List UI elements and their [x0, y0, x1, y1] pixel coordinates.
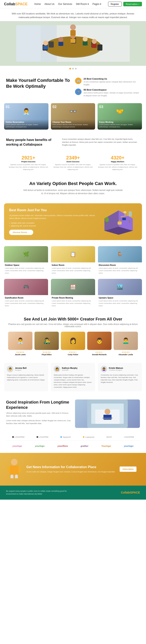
testimonial-card-3: 👩‍🦱 Kristin Watson Frontend Designer Con…	[98, 363, 142, 391]
svg-rect-43	[102, 418, 113, 418]
best-room-left: Best Room Just For You Ut praesent ornar…	[9, 208, 96, 235]
room-desc-upstairs: Lorem ipsum dolor sit amet, consectetur …	[99, 300, 141, 307]
test-text-1: Neque ut purus adipiscing adipiscing. Va…	[7, 374, 45, 381]
creator-stars-4: ★★★★☆	[87, 351, 112, 353]
svg-point-32	[105, 217, 109, 222]
room-title-indoor: Indoor Room	[52, 264, 94, 266]
cta-person-icon	[6, 458, 22, 480]
logo-text-3: logopixel	[63, 436, 71, 438]
feature-item-2: 🪑 06 Best Coworkspace Sed viverra morbi …	[75, 88, 140, 97]
test-text-2: Malesuada tincidunt tristique elit egest…	[54, 374, 92, 388]
register-button[interactable]: Register	[108, 2, 122, 6]
work-options: 01 👨‍💼 Online Reservation Lorem pretium …	[0, 101, 146, 134]
nav-home[interactable]: Home	[34, 3, 41, 6]
best-room-features: semper amet nam consctetur adipiscing el…	[9, 222, 96, 227]
inspiration-left: Good Inspiration From Longtime Experienc…	[6, 400, 71, 425]
stat-item-2: 2349+ Event Success Egestas ut purus et …	[51, 153, 95, 173]
discover-button[interactable]: Discover Rooms →	[9, 230, 33, 235]
cta-banner: Get News Information for Collaboration P…	[0, 453, 146, 486]
footer: Be support every people in public room t…	[0, 486, 146, 500]
room-card-gamification: 🎮 Gamification Room Lorem ipsum dolor si…	[4, 279, 48, 309]
stat-desc-1: Egestas ut purus et porttitor nam vitae …	[8, 164, 49, 171]
logo[interactable]: CollabSPACE	[4, 2, 27, 6]
work-card-3: 03 🤝 Enjoy Working Lorem pretium ultrici…	[98, 103, 142, 130]
room-title-outdoor: Outdoor Space	[5, 264, 47, 266]
svg-rect-46	[10, 466, 19, 476]
card-title-2: Choose Your Room	[52, 121, 94, 123]
svg-point-41	[105, 409, 110, 414]
card-overlay-1: Online Reservation Lorem pretium utibus …	[4, 120, 48, 130]
nav-rooms[interactable]: Still Room ▾	[76, 3, 89, 6]
logo-text-6: LOGOPRIM	[124, 436, 134, 438]
room-title-private: Private Room Meeting	[52, 297, 94, 299]
logo2-6: yourlogo	[124, 445, 134, 447]
cta-desc: Ut orci nulla nisi volutpat. Integer feu…	[26, 470, 116, 474]
room-body-private: Private Room Meeting Lorem ipsum dolor s…	[51, 295, 95, 309]
creator-card-1: 👨‍💼 ★★★★★ Jacob Lewis	[8, 332, 32, 356]
room-img-gamification: 🎮	[4, 279, 48, 295]
room-img-upstairs: 🏙️	[98, 279, 142, 295]
demo-button[interactable]: Reservation +	[123, 2, 142, 6]
creators-section: See And Let Join With 5000+ Creator From…	[0, 313, 146, 363]
cta-right[interactable]: Subscription	[120, 466, 140, 472]
creators-row: 👨‍💼 ★★★★★ Jacob Lewis 👨‍🎤 ★★★★★ Floyd Mi…	[6, 332, 140, 356]
svg-rect-22	[70, 30, 76, 36]
creator-card-2: 👨‍🎤 ★★★★★ Floyd Miles	[34, 332, 59, 356]
svg-rect-36	[124, 220, 125, 221]
room-desc-private: Lorem ipsum dolor sit amet, consectetur …	[52, 300, 94, 307]
stat-desc-2: Egestas ut purus et porttitor nam vitae …	[53, 164, 93, 171]
dot-3[interactable]	[75, 68, 77, 70]
svg-point-19	[83, 36, 88, 42]
creators-heading: See And Let Join With 5000+ Creator From…	[6, 317, 140, 322]
test-avatar-1: 👨 Jerome Bell Designer	[7, 366, 45, 372]
logo2-1: yourlogo	[12, 445, 22, 447]
benefits-section: Many people have benefits of working at …	[0, 134, 146, 151]
svg-rect-49	[10, 474, 13, 478]
svg-rect-47	[7, 466, 10, 472]
svg-rect-7	[49, 42, 54, 48]
room-body-indoor: Indoor Room Lorem ipsum dolor sit amet, …	[51, 262, 95, 276]
benefits-right: Fusce consectetur quisque aliquam vitae …	[62, 138, 140, 146]
variety-desc: Velit dictum at facilisi id condimentum.…	[22, 189, 124, 195]
benefits-heading: Many people have benefits of working at …	[6, 138, 58, 147]
test-avatar-3: 👩‍🦱 Kristin Watson Frontend Designer	[101, 366, 139, 372]
svg-rect-16	[92, 44, 97, 48]
card-overlay-2: Choose Your Room Ordo pretium ultricies …	[51, 120, 95, 130]
cta-button[interactable]: Subscription	[120, 466, 137, 472]
room-desc-discussion: Lorem ipsum dolor sit amet, consectetur …	[99, 267, 141, 274]
test-avatar-img-3: 👩‍🦱	[101, 366, 107, 372]
cta-left	[6, 458, 22, 480]
stat-label-2: Event Success	[53, 161, 93, 163]
card-desc-1: Lorem pretium utibus lorem at augue. Nul…	[6, 124, 47, 128]
stat-num-3: 4320+	[97, 155, 138, 161]
stat-num-2: 2349+	[53, 155, 93, 161]
svg-point-15	[92, 39, 97, 44]
nav-pages[interactable]: Pages ▾	[92, 3, 101, 6]
hero-image	[0, 21, 146, 66]
card-title-1: Online Reservation	[6, 121, 47, 123]
svg-rect-18	[58, 42, 63, 46]
nav-services[interactable]: Our Services	[58, 3, 72, 6]
comfortable-section: Make Yourself Comfortable To Be Work Opt…	[0, 72, 146, 101]
feature-text-2: 06 Best Coworkspace Sed viverra morbi pu…	[84, 88, 140, 97]
stat-desc-3: Egestas ut purus et porttitor nam vitae …	[97, 164, 138, 171]
svg-point-34	[123, 211, 127, 213]
logo-text-4: Logoquam	[85, 436, 95, 438]
room-body-discussion: Discussion Room Lorem ipsum dolor sit am…	[98, 262, 142, 276]
testimonials-row: 👨 Jerome Bell Designer Neque ut purus ad…	[0, 363, 146, 396]
test-name-2: Kathryn Murphy	[62, 367, 77, 369]
creator-name-2: Floyd Miles	[34, 354, 59, 356]
feature-icon-2: 🪑	[75, 88, 82, 95]
test-avatar-img-1: 👨	[7, 366, 13, 372]
dot-2[interactable]	[72, 68, 74, 70]
card-num-1: 01	[6, 105, 10, 109]
test-role-3: Frontend Designer	[109, 369, 123, 371]
room-desc-outdoor: Lorem ipsum dolor sit amet, consectetur …	[5, 267, 47, 274]
stat-item-3: 4320+ Happy Workers Egestas ut purus et …	[95, 153, 140, 173]
test-text-3: Consectetur asc id purus adipiscing vene…	[101, 374, 139, 384]
hero-description: With over 820 locations worldwide, We th…	[8, 12, 138, 19]
dot-1[interactable]	[69, 68, 71, 70]
nav-about[interactable]: About Us	[44, 3, 54, 6]
variety-heading: An Variety Option Best People Can Work.	[6, 181, 140, 186]
inspiration-image	[75, 400, 140, 428]
